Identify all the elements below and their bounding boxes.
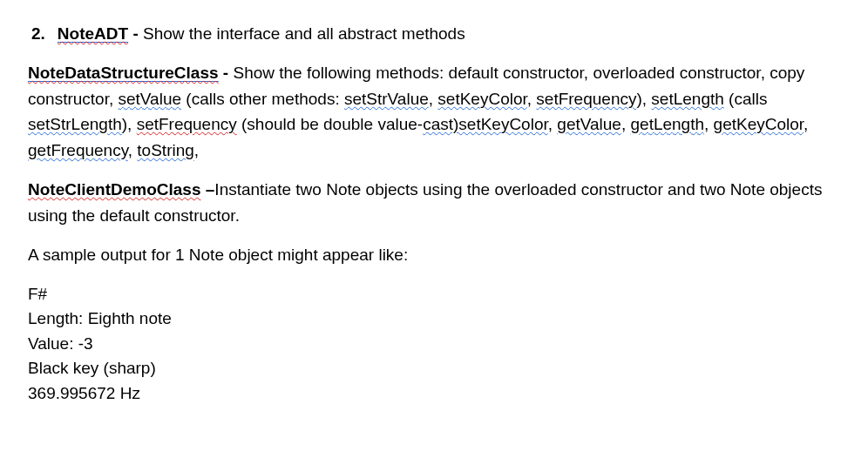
dash: - [128,24,143,43]
method-getValue: getValue [557,115,621,133]
item-2-desc: Show the interface and all abstract meth… [143,24,465,43]
note-data-structure-paragraph: NoteDataStructureClass - Show the follow… [28,60,840,163]
text: , [621,115,631,133]
method-cast-setKeyColor: cast)setKeyColor [423,115,548,133]
item-2-line: 2.NoteADT - Show the interface and all a… [28,21,840,46]
method-setValue: setValue [119,90,182,108]
text: ), [636,90,651,108]
text: , [128,141,138,159]
method-toString: toString [137,141,193,159]
text: , [429,90,438,108]
nds-title: NoteDataStructureClass [28,64,219,82]
method-setKeyColor: setKeyColor [437,90,526,108]
method-getLength: getLength [631,115,705,133]
sample-line-3: Value: -3 [28,332,840,357]
sample-output: F# Length: Eighth note Value: -3 Black k… [28,282,840,407]
text: ), [122,115,137,133]
sample-line-1: F# [28,282,840,307]
text: , [527,90,537,108]
method-setStrLength: setStrLength [28,115,122,133]
item-number: 2. [31,24,45,43]
sample-line-2: Length: Eighth note [28,306,840,332]
method-setLength: setLength [651,90,723,108]
note-client-demo-paragraph: NoteClientDemoClass –Instantiate two Not… [28,177,840,228]
text: (should be double value- [237,115,423,133]
text: , [704,115,714,133]
sample-line-4: Black key (sharp) [28,356,840,381]
noteadt-title: NoteADT [58,24,128,43]
method-setStrValue: setStrValue [344,90,429,108]
sample-intro: A sample output for 1 Note object might … [28,242,840,267]
ncd-title: NoteClientDemoClass [28,180,201,199]
dash: - [219,64,234,82]
sample-line-5: 369.995672 Hz [28,381,840,407]
text: , [194,141,199,159]
method-setFrequency-2: setFrequency [137,115,237,133]
method-getKeyColor: getKeyColor [714,115,804,133]
method-getFrequency: getFrequency [28,141,128,159]
text: , [804,115,808,133]
text: (calls [724,90,768,108]
method-setFrequency: setFrequency [536,90,636,108]
dash: – [201,180,215,199]
text: , [548,115,558,133]
text: (calls other methods: [181,90,344,108]
